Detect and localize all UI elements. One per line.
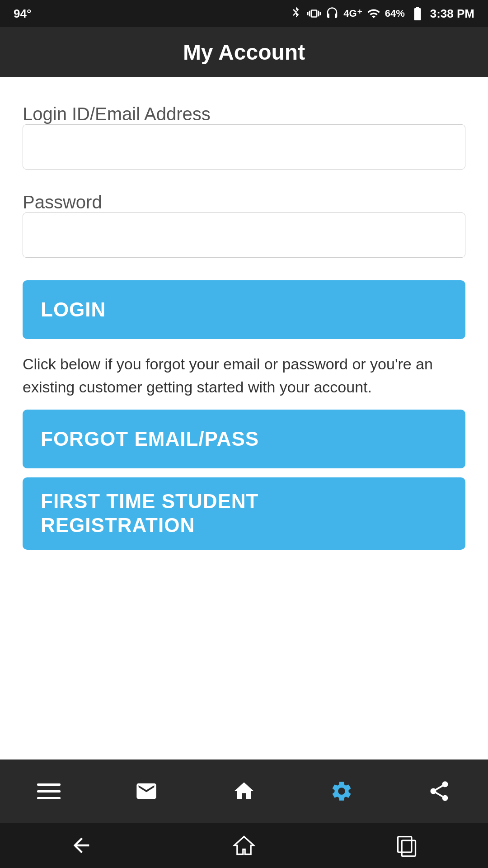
android-back-button[interactable] (63, 827, 99, 863)
email-field-group: Login ID/Email Address (23, 104, 465, 170)
mail-icon (135, 779, 158, 803)
svg-rect-1 (402, 840, 415, 856)
back-icon (70, 834, 93, 857)
password-label: Password (23, 192, 102, 212)
email-label: Login ID/Email Address (23, 104, 211, 124)
nav-home-button[interactable] (221, 769, 267, 814)
battery-icon (409, 5, 426, 22)
android-home-icon (232, 834, 256, 857)
svg-rect-0 (398, 837, 412, 853)
recents-icon (395, 834, 418, 857)
page-title: My Account (183, 40, 305, 65)
gear-icon (330, 779, 353, 803)
main-content: Login ID/Email Address Password LOGIN Cl… (0, 77, 488, 760)
battery-percent: 64% (385, 8, 405, 19)
android-nav-bar (0, 823, 488, 868)
status-bar: 94° 4G⁺ 64% 3:38 PM (0, 0, 488, 27)
home-icon (232, 779, 256, 803)
signal-icon (367, 7, 380, 20)
register-button[interactable]: FIRST TIME STUDENT REGISTRATION (23, 477, 465, 550)
nav-settings-button[interactable] (319, 769, 364, 814)
register-button-line1: FIRST TIME STUDENT (41, 490, 258, 514)
password-field-group: Password (23, 192, 465, 258)
bluetooth-icon (289, 7, 303, 20)
bottom-nav (0, 760, 488, 823)
forgot-description: Click below if you forgot your email or … (23, 353, 465, 399)
register-button-line2: REGISTRATION (41, 514, 195, 538)
vibrate-icon (307, 7, 321, 20)
nav-mail-button[interactable] (124, 769, 169, 814)
nav-share-button[interactable] (417, 769, 462, 814)
nav-menu-button[interactable] (26, 769, 71, 814)
status-icons: 4G⁺ 64% 3:38 PM (289, 5, 474, 22)
android-home-button[interactable] (226, 827, 262, 863)
menu-icon (37, 783, 61, 799)
password-input[interactable] (23, 212, 465, 258)
headset-icon (325, 7, 339, 20)
app-header: My Account (0, 27, 488, 77)
forgot-button[interactable]: FORGOT EMAIL/PASS (23, 410, 465, 468)
email-input[interactable] (23, 124, 465, 170)
android-recents-button[interactable] (389, 827, 425, 863)
login-button[interactable]: LOGIN (23, 280, 465, 339)
network-label: 4G⁺ (343, 8, 362, 19)
time: 3:38 PM (430, 7, 474, 21)
temperature: 94° (14, 7, 31, 21)
share-icon (427, 779, 451, 803)
